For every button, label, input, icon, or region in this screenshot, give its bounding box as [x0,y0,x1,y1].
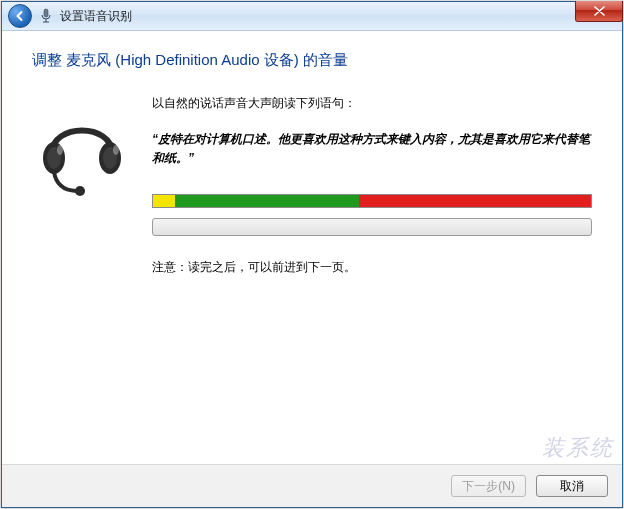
titlebar: 设置语音识别 [2,2,622,31]
volume-meter [152,194,592,208]
microphone-icon [38,8,54,24]
svg-point-8 [57,145,63,155]
next-button[interactable]: 下一步(N) [451,475,526,497]
body-row: 以自然的说话声音大声朗读下列语句： “皮特在对计算机口述。他更喜欢用这种方式来键… [32,94,592,276]
footer: 下一步(N) 取消 [2,464,622,507]
meter-yellow-segment [153,195,175,207]
back-arrow-icon [14,10,26,22]
wizard-window: 设置语音识别 调整 麦克风 (High Definition Audio 设备)… [1,1,623,508]
meter-green-segment [175,195,359,207]
svg-point-7 [75,186,85,196]
progress-bar [152,218,592,236]
svg-rect-0 [44,9,48,17]
page-heading: 调整 麦克风 (High Definition Audio 设备) 的音量 [32,51,592,70]
instruction-text: 以自然的说话声音大声朗读下列语句： [152,94,592,112]
content-area: 调整 麦克风 (High Definition Audio 设备) 的音量 以自… [2,31,622,464]
text-column: 以自然的说话声音大声朗读下列语句： “皮特在对计算机口述。他更喜欢用这种方式来键… [142,94,592,276]
close-button[interactable] [575,1,623,22]
close-icon [594,6,605,16]
cancel-button[interactable]: 取消 [536,475,608,497]
sample-sentence: “皮特在对计算机口述。他更喜欢用这种方式来键入内容，尤其是喜欢用它来代替笔和纸。… [152,130,592,168]
headset-image [32,94,142,276]
back-button[interactable] [8,4,32,28]
note-text: 注意：读完之后，可以前进到下一页。 [152,258,592,276]
svg-point-9 [113,145,119,155]
window-title: 设置语音识别 [60,8,132,25]
meter-red-segment [359,195,591,207]
